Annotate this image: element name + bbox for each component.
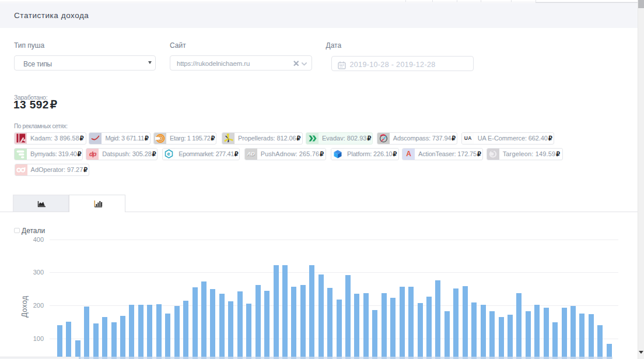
svg-text:23: 23 — [340, 65, 343, 68]
svg-text:e: e — [167, 151, 170, 157]
